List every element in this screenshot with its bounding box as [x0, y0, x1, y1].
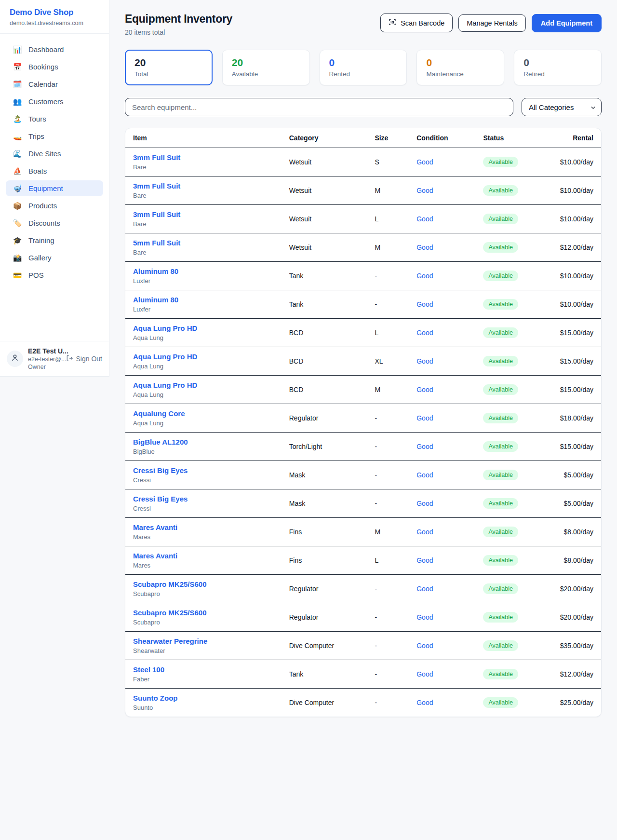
- item-size: -: [367, 603, 409, 632]
- stat-card-maintenance[interactable]: 0 Maintenance: [416, 50, 504, 85]
- item-category: Fins: [282, 546, 367, 575]
- sidebar-item-pos[interactable]: 💳 POS: [6, 267, 103, 283]
- item-category: Tank: [282, 262, 367, 290]
- item-name-link[interactable]: Steel 100: [133, 665, 274, 674]
- item-name-link[interactable]: Aluminum 80: [133, 267, 274, 275]
- sidebar-item-label: Gallery: [28, 254, 52, 262]
- sidebar-item-gallery[interactable]: 📸 Gallery: [6, 250, 103, 266]
- table-row[interactable]: Aluminum 80 Luxfer Tank - Good Available…: [125, 262, 601, 290]
- item-size: -: [367, 433, 409, 461]
- item-category: Tank: [282, 290, 367, 319]
- table-header-row: Item Category Size Condition Status Rent…: [125, 128, 601, 148]
- item-size: XL: [367, 347, 409, 376]
- stat-card-rented[interactable]: 0 Rented: [320, 50, 407, 85]
- sidebar-item-dashboard[interactable]: 📊 Dashboard: [6, 41, 103, 57]
- item-name-link[interactable]: 3mm Full Suit: [133, 210, 274, 218]
- item-name-link[interactable]: Suunto Zoop: [133, 694, 274, 702]
- table-row[interactable]: Scubapro MK25/S600 Scubapro Regulator - …: [125, 575, 601, 603]
- sign-out-label: Sign Out: [76, 355, 102, 363]
- brand-title[interactable]: Demo Dive Shop: [10, 8, 99, 17]
- item-brand: Aqua Lung: [133, 334, 274, 341]
- table-row[interactable]: Aluminum 80 Luxfer Tank - Good Available…: [125, 290, 601, 319]
- gallery-icon: 📸: [13, 254, 22, 261]
- table-row[interactable]: Aqualung Core Aqua Lung Regulator - Good…: [125, 404, 601, 433]
- page-header: Equipment Inventory 20 items total Scan …: [125, 13, 602, 36]
- discounts-icon: 🏷️: [13, 219, 22, 227]
- sidebar-item-boats[interactable]: ⛵ Boats: [6, 163, 103, 179]
- table-row[interactable]: Scubapro MK25/S600 Scubapro Regulator - …: [125, 603, 601, 632]
- item-name-link[interactable]: Aqualung Core: [133, 409, 274, 418]
- status-badge: Available: [483, 384, 518, 395]
- item-name-link[interactable]: Scubapro MK25/S600: [133, 580, 274, 588]
- item-name-link[interactable]: 5mm Full Suit: [133, 239, 274, 247]
- table-row[interactable]: BigBlue AL1200 BigBlue Torch/Light - Goo…: [125, 433, 601, 461]
- item-brand: Bare: [133, 192, 274, 199]
- sidebar-item-training[interactable]: 🎓 Training: [6, 232, 103, 248]
- table-row[interactable]: Cressi Big Eyes Cressi Mask - Good Avail…: [125, 461, 601, 489]
- sidebar-item-discounts[interactable]: 🏷️ Discounts: [6, 215, 103, 231]
- sidebar-item-customers[interactable]: 👥 Customers: [6, 94, 103, 109]
- item-name-link[interactable]: Aqua Lung Pro HD: [133, 381, 274, 389]
- table-row[interactable]: Mares Avanti Mares Fins L Good Available…: [125, 546, 601, 575]
- sidebar-item-dive-sites[interactable]: 🌊 Dive Sites: [6, 146, 103, 162]
- status-badge: Available: [483, 583, 518, 594]
- item-condition: Good: [409, 233, 475, 262]
- sidebar-item-tours[interactable]: 🏝️ Tours: [6, 111, 103, 127]
- user-role: Owner: [28, 364, 61, 370]
- item-name-link[interactable]: 3mm Full Suit: [133, 153, 274, 162]
- item-condition: Good: [409, 575, 475, 603]
- sidebar-item-trips[interactable]: 🚤 Trips: [6, 128, 103, 144]
- item-rental: $35.00/day: [548, 632, 601, 660]
- scan-barcode-button[interactable]: Scan Barcode: [380, 14, 453, 32]
- category-select[interactable]: All Categories: [522, 98, 602, 116]
- table-row[interactable]: Mares Avanti Mares Fins M Good Available…: [125, 518, 601, 546]
- item-name-link[interactable]: Cressi Big Eyes: [133, 466, 274, 474]
- item-name-link[interactable]: Aqua Lung Pro HD: [133, 352, 274, 361]
- item-name-link[interactable]: Aqua Lung Pro HD: [133, 324, 274, 332]
- manage-rentals-button[interactable]: Manage Rentals: [458, 14, 526, 32]
- table-row[interactable]: Aqua Lung Pro HD Aqua Lung BCD M Good Av…: [125, 376, 601, 404]
- search-input[interactable]: [125, 98, 513, 116]
- status-badge: Available: [483, 612, 518, 623]
- item-name-link[interactable]: 3mm Full Suit: [133, 182, 274, 190]
- sidebar-item-bookings[interactable]: 📅 Bookings: [6, 59, 103, 75]
- table-row[interactable]: 3mm Full Suit Bare Wetsuit S Good Availa…: [125, 148, 601, 176]
- table-row[interactable]: Suunto Zoop Suunto Dive Computer - Good …: [125, 689, 601, 717]
- sign-out-button[interactable]: Sign Out: [66, 354, 102, 364]
- sidebar-item-label: Dashboard: [28, 45, 64, 54]
- status-badge: Available: [483, 413, 518, 423]
- stat-card-available[interactable]: 20 Available: [222, 50, 310, 85]
- table-row[interactable]: Aqua Lung Pro HD Aqua Lung BCD L Good Av…: [125, 319, 601, 347]
- stat-card-total[interactable]: 20 Total: [125, 50, 213, 85]
- sidebar-item-calendar[interactable]: 🗓️ Calendar: [6, 76, 103, 92]
- item-name-link[interactable]: Cressi Big Eyes: [133, 495, 274, 503]
- dashboard-icon: 📊: [13, 46, 22, 53]
- brand-domain: demo.test.divestreams.com: [10, 20, 99, 27]
- item-name-link[interactable]: Scubapro MK25/S600: [133, 609, 274, 617]
- table-row[interactable]: 5mm Full Suit Bare Wetsuit M Good Availa…: [125, 233, 601, 262]
- table-row[interactable]: Cressi Big Eyes Cressi Mask - Good Avail…: [125, 489, 601, 518]
- item-condition: Good: [409, 404, 475, 433]
- sidebar-item-products[interactable]: 📦 Products: [6, 198, 103, 214]
- header-actions: Scan Barcode Manage Rentals Add Equipmen…: [380, 14, 602, 32]
- table-row[interactable]: 3mm Full Suit Bare Wetsuit L Good Availa…: [125, 205, 601, 233]
- add-equipment-button[interactable]: Add Equipment: [532, 14, 602, 32]
- item-size: -: [367, 461, 409, 489]
- stat-card-retired[interactable]: 0 Retired: [514, 50, 602, 85]
- table-row[interactable]: Aqua Lung Pro HD Aqua Lung BCD XL Good A…: [125, 347, 601, 376]
- table-row[interactable]: 3mm Full Suit Bare Wetsuit M Good Availa…: [125, 176, 601, 205]
- table-row[interactable]: Shearwater Peregrine Shearwater Dive Com…: [125, 632, 601, 660]
- item-condition: Good: [409, 660, 475, 689]
- item-name-link[interactable]: Mares Avanti: [133, 523, 274, 531]
- sidebar-item-equipment[interactable]: 🤿 Equipment: [6, 180, 103, 196]
- item-name-link[interactable]: Shearwater Peregrine: [133, 637, 274, 645]
- item-name-link[interactable]: Aluminum 80: [133, 296, 274, 304]
- user-name: E2E Test U...: [28, 347, 61, 355]
- item-size: S: [367, 148, 409, 176]
- status-badge: Available: [483, 669, 518, 679]
- item-name-link[interactable]: BigBlue AL1200: [133, 438, 274, 446]
- status-badge: Available: [483, 185, 518, 196]
- item-name-link[interactable]: Mares Avanti: [133, 552, 274, 560]
- table-row[interactable]: Steel 100 Faber Tank - Good Available $1…: [125, 660, 601, 689]
- stat-label: Maintenance: [426, 70, 495, 78]
